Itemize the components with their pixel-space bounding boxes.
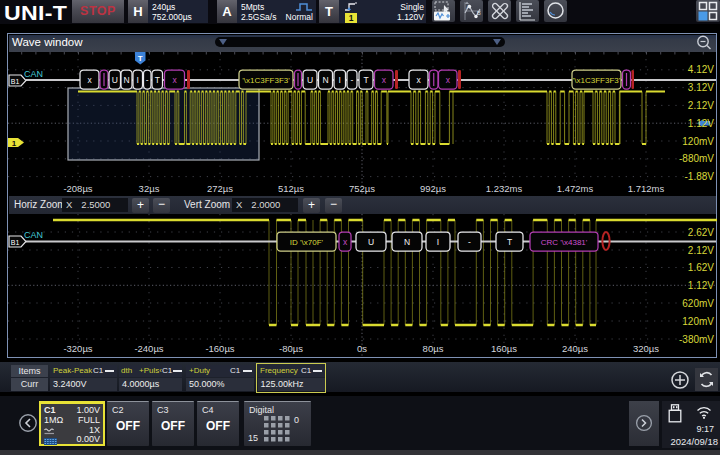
svg-text:N: N	[123, 75, 129, 85]
svg-text:-208µs: -208µs	[63, 183, 92, 194]
svg-text:752µs: 752µs	[349, 183, 375, 194]
svg-text:-380mV: -380mV	[679, 334, 714, 345]
svg-text:2.12V: 2.12V	[688, 245, 714, 256]
svg-text:4.12V: 4.12V	[688, 64, 714, 75]
svg-text:CRC '\x4381': CRC '\x4381'	[541, 238, 588, 247]
svg-text:160µs: 160µs	[491, 343, 517, 354]
svg-text:-880mV: -880mV	[679, 153, 714, 164]
svg-text:T: T	[138, 54, 143, 63]
svg-text:ID '\x70F': ID '\x70F'	[290, 238, 324, 247]
svg-text:1: 1	[12, 139, 17, 148]
svg-text:U: U	[112, 75, 118, 85]
svg-text:N: N	[404, 237, 410, 247]
svg-text:3.12V: 3.12V	[688, 82, 714, 93]
svg-text:U: U	[368, 237, 374, 247]
svg-text:U: U	[307, 75, 313, 85]
svg-text:1.12V: 1.12V	[688, 280, 714, 291]
svg-text:-1.88V: -1.88V	[685, 171, 715, 182]
svg-text:-: -	[351, 75, 354, 85]
svg-text:240µs: 240µs	[562, 343, 588, 354]
svg-text:-: -	[146, 75, 149, 85]
svg-text:320µs: 320µs	[633, 343, 659, 354]
svg-text:512µs: 512µs	[278, 183, 304, 194]
svg-text:-320µs: -320µs	[63, 343, 92, 354]
svg-text:'\x1C3FF3F3': '\x1C3FF3F3'	[242, 76, 290, 85]
svg-text:N: N	[322, 75, 328, 85]
svg-text:2.62V: 2.62V	[688, 227, 714, 238]
svg-text:120mV: 120mV	[682, 136, 714, 147]
svg-text:0s: 0s	[357, 343, 367, 354]
svg-text:272µs: 272µs	[207, 183, 233, 194]
svg-text:'\x1C3FF3F3': '\x1C3FF3F3'	[573, 76, 621, 85]
svg-text:T: T	[155, 75, 160, 85]
svg-text:1.232ms: 1.232ms	[486, 183, 523, 194]
svg-text:620mV: 620mV	[682, 298, 714, 309]
svg-text:I: I	[339, 75, 341, 85]
svg-text:80µs: 80µs	[423, 343, 444, 354]
svg-text:I: I	[137, 75, 139, 85]
svg-text:1.62V: 1.62V	[688, 262, 714, 273]
svg-text:B1: B1	[11, 239, 20, 246]
svg-text:CAN: CAN	[24, 69, 43, 79]
svg-text:T: T	[363, 75, 368, 85]
svg-text:1.712ms: 1.712ms	[628, 183, 665, 194]
svg-text:-240µs: -240µs	[134, 343, 163, 354]
svg-text:-80µs: -80µs	[279, 343, 303, 354]
svg-text:2.12V: 2.12V	[688, 100, 714, 111]
svg-text:I: I	[437, 237, 439, 247]
svg-text:120mV: 120mV	[682, 316, 714, 327]
svg-text:-160µs: -160µs	[205, 343, 234, 354]
svg-text:CAN: CAN	[24, 230, 43, 240]
svg-text:992µs: 992µs	[420, 183, 446, 194]
svg-text:32µs: 32µs	[139, 183, 160, 194]
svg-text:-: -	[468, 237, 471, 247]
svg-text:T: T	[507, 237, 512, 247]
svg-text:1.472ms: 1.472ms	[557, 183, 594, 194]
svg-text:1.12V: 1.12V	[688, 118, 714, 129]
svg-text:B1: B1	[11, 78, 20, 85]
